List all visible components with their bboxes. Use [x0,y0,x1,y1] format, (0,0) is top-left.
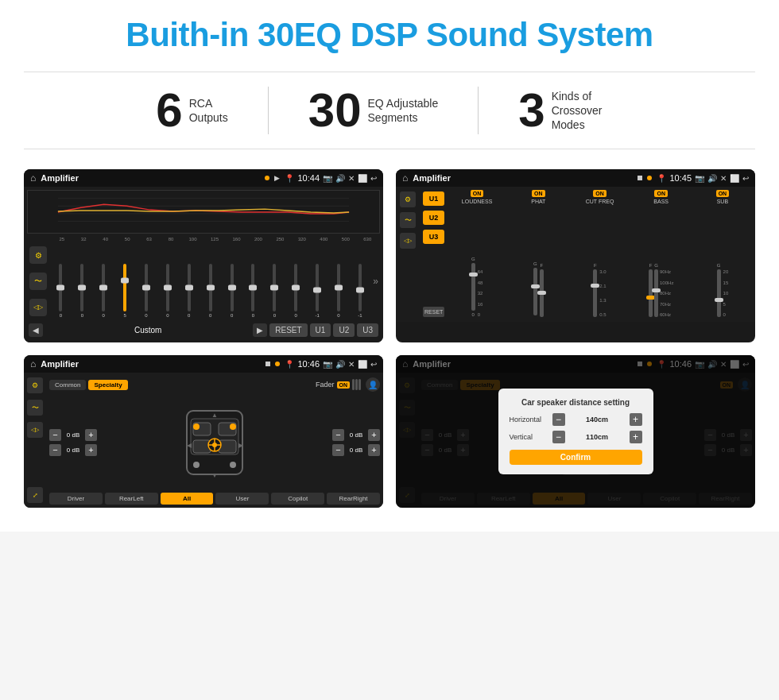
s2-wave-icon[interactable]: 〜 [400,212,416,228]
s3-rearleft-btn[interactable]: RearLeft [105,493,158,505]
freq-label-400: 400 [313,237,335,242]
reset-btn-1[interactable]: RESET [269,323,307,337]
s3-filter-icon[interactable]: ⚙ [27,377,43,393]
right-scroll-arrow[interactable]: » [371,245,380,318]
back-icon-2[interactable]: ↩ [742,174,749,183]
u3-btn[interactable]: U3 [357,323,378,337]
close-icon-2[interactable]: ✕ [720,174,727,183]
u1-btn[interactable]: U1 [310,323,331,337]
s3-all-btn[interactable]: All [161,493,214,505]
slider-track-5[interactable] [145,264,148,311]
s3-left-icons: ⚙ 〜 ◁▷ ⤢ [24,373,46,508]
s3-copilot-btn[interactable]: Copilot [271,493,324,505]
vol-minus-1[interactable]: − [49,429,61,441]
u2-btn[interactable]: U2 [333,323,355,337]
svg-text:▼: ▼ [211,472,218,479]
preset-u3-btn[interactable]: U3 [423,230,444,244]
slider-thumb-8 [207,285,215,291]
preset-u2-btn[interactable]: U2 [423,211,444,225]
s2-vol-icon[interactable]: ◁▷ [400,233,416,249]
s3-vol-icon[interactable]: ◁▷ [27,422,43,438]
eq-wave-icon[interactable]: 〜 [29,273,47,290]
slider-track-10[interactable] [251,264,254,311]
cutfreq-slider-f[interactable] [593,269,597,317]
page-wrapper: Buith-in 30EQ DSP Sound System 6 RCA Out… [0,0,779,532]
slider-track-13[interactable] [316,264,319,311]
next-preset-btn[interactable]: ▶ [253,323,267,337]
dialog-horizontal-plus[interactable]: + [630,413,642,426]
s3-driver-btn[interactable]: Driver [49,493,103,505]
status-icons-1: 📍 10:44 📷 🔊 ✕ ⬜ ↩ [285,173,377,183]
slider-track-11[interactable] [273,264,276,311]
slider-track-8[interactable] [209,264,212,311]
vol-plus-4[interactable]: + [368,444,380,456]
back-icon-3[interactable]: ↩ [370,360,377,369]
slider-col-11: 0 [265,264,285,318]
slider-value-2: 0 [81,313,83,318]
fader-control-row: Fader ON [316,379,361,390]
app-name-1: Amplifier [41,173,260,183]
home-icon-3[interactable]: ⌂ [30,358,36,369]
profile-icon-3[interactable]: 👤 [366,377,380,392]
s3-user-btn[interactable]: User [215,493,269,505]
cutfreq-on-badge: ON [593,190,607,197]
fader-label: Fader [316,381,335,389]
phat-label: PHAT [531,199,545,204]
home-icon-2[interactable]: ⌂ [402,172,408,184]
vol-minus-2[interactable]: − [49,444,61,456]
slider-track-15[interactable] [358,264,362,311]
tab-common[interactable]: Common [49,380,86,390]
s2-reset-btn[interactable]: RESET [423,307,444,317]
loudness-slider-g[interactable] [471,263,475,311]
vol-val-4: 0 dB [347,447,366,454]
s3-vol-right: − 0 dB + − 0 dB + [332,395,380,489]
vol-minus-4[interactable]: − [332,444,344,456]
slider-track-2[interactable] [80,264,83,311]
slider-value-5: 0 [145,313,147,318]
s2-filter-icon[interactable]: ⚙ [400,191,416,207]
slider-track-7[interactable] [188,264,191,311]
dialog-vertical-plus[interactable]: + [630,431,642,443]
eq-filter-icon[interactable]: ⚙ [29,246,47,264]
s2-ctrl-phat: ON PHAT G F [509,190,568,319]
back-icon[interactable]: ↩ [370,174,377,183]
s3-expand-icon[interactable]: ⤢ [27,487,43,503]
car-diagram-svg: ▲ ▼ ◀ ▶ [179,403,250,482]
screen-distance-dialog: ⌂ Amplifier 📍 10:46 📷 🔊 ✕ ⬜ ↩ ⚙ [396,355,755,508]
phat-slider-f[interactable] [540,269,544,317]
vol-plus-2[interactable]: + [85,444,97,456]
slider-track-12[interactable] [294,264,297,311]
vol-val-1: 0 dB [64,431,83,439]
slider-track-1[interactable] [59,264,62,311]
location-icon-3: 📍 [285,360,294,369]
vol-ctrl-row-4: − 0 dB + [332,444,380,456]
dialog-vertical-row: Vertical − 110cm + [510,431,642,443]
dialog-vertical-minus[interactable]: − [552,431,565,443]
confirm-button[interactable]: Confirm [510,450,642,465]
s3-wave-icon[interactable]: 〜 [27,400,43,416]
vol-plus-3[interactable]: + [368,429,380,441]
tab-specialty[interactable]: Specialty [88,380,127,390]
close-icon-3[interactable]: ✕ [348,360,355,369]
vol-plus-1[interactable]: + [85,429,97,441]
prev-preset-btn[interactable]: ◀ [29,323,43,337]
slider-track-9[interactable] [231,264,234,311]
bass-slider-f[interactable] [649,269,653,317]
slider-track-14[interactable] [337,264,340,311]
close-icon-1[interactable]: ✕ [348,174,355,183]
s2-ctrl-cutfreq: ON CUT FREQ F 3.0 2.1 [570,190,629,319]
sub-slider-g[interactable] [717,269,721,317]
eq-volume-icon[interactable]: ◁▷ [29,299,47,316]
svg-point-16 [193,462,200,468]
vol-minus-3[interactable]: − [332,429,344,441]
slider-track-4[interactable] [123,264,126,311]
dialog-horizontal-minus[interactable]: − [552,413,565,426]
camera-icon-3: 📷 [323,360,332,369]
s3-rearright-btn[interactable]: RearRight [327,493,380,505]
preset-u1-btn[interactable]: U1 [423,191,444,206]
slider-track-6[interactable] [166,264,169,311]
bass-slider-g[interactable] [654,269,658,317]
slider-track-3[interactable] [102,264,105,311]
home-icon-1[interactable]: ⌂ [30,172,36,184]
slider-thumb-11 [270,285,278,291]
